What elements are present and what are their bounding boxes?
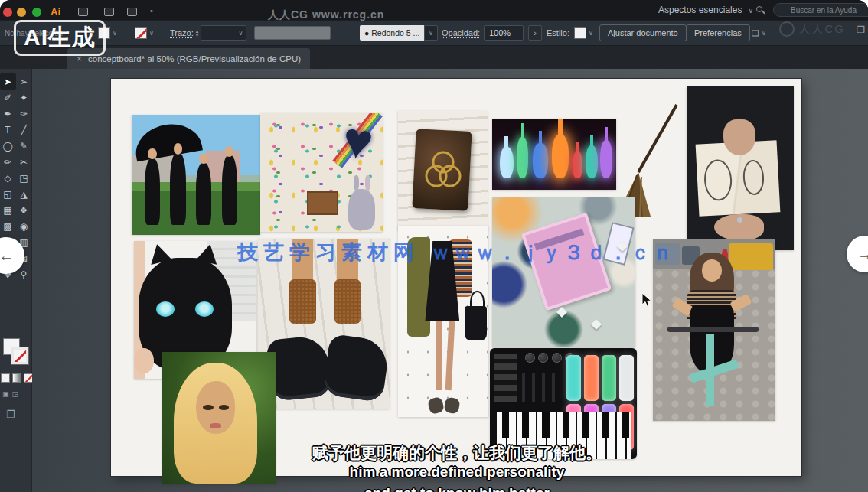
opacity-label[interactable]: Opacidad: bbox=[442, 28, 480, 37]
type-tool[interactable]: T bbox=[0, 122, 16, 138]
chevron-down-icon[interactable]: ∨ bbox=[762, 30, 766, 37]
chevron-down-icon[interactable]: ∨ bbox=[424, 25, 438, 41]
canvas[interactable]: ♥ bbox=[32, 69, 868, 492]
moodboard-image-spellbook[interactable] bbox=[398, 111, 488, 231]
yellow-cab-shape bbox=[729, 243, 773, 271]
watermark-logo-icon bbox=[779, 21, 795, 37]
graphic-style-swatch[interactable] bbox=[574, 27, 586, 39]
paintbrush-tool[interactable]: ✎ bbox=[16, 138, 32, 154]
menubar-grid-icon[interactable] bbox=[104, 8, 114, 16]
subtitle-line-english-2: and get to know him better bbox=[364, 485, 550, 492]
menu-bar: Ai ➣ Aspectos esenciales∨ bbox=[0, 0, 868, 20]
color-mode-button[interactable] bbox=[1, 373, 10, 383]
lasso-tool[interactable]: ✐ bbox=[0, 90, 16, 106]
moodboard-image-hands-holding-book[interactable] bbox=[687, 86, 794, 250]
gradient-mode-button[interactable] bbox=[12, 373, 21, 383]
magic-wand-tool[interactable]: ✦ bbox=[16, 90, 32, 106]
chevron-down-icon: ∨ bbox=[238, 30, 243, 37]
watermark-top-right: 人人CG bbox=[779, 21, 846, 37]
workspace-switcher[interactable]: Aspectos esenciales∨ bbox=[658, 5, 753, 15]
tools-panel: ➤ ➢ ✐ ✦ ✒ ✑ T ╱ ◯ ✎ ✏ ✂ ◇ ◳ ◱ ◮ ▦ ❖ ▩ ◉ bbox=[0, 69, 32, 492]
stroke-weight-dropdown[interactable]: ∨ bbox=[201, 25, 246, 41]
stroke-weight-stepper[interactable]: ▴▾ bbox=[196, 29, 199, 37]
menubar-doc-icon[interactable] bbox=[78, 8, 88, 16]
preferences-button[interactable]: Preferencias bbox=[686, 24, 750, 41]
chevron-down-icon[interactable]: ∨ bbox=[149, 30, 154, 37]
scissors-tool[interactable]: ✂ bbox=[16, 154, 32, 170]
stroke-weight-label[interactable]: Trazo: bbox=[170, 28, 194, 37]
triquetra-symbol bbox=[421, 147, 465, 194]
selection-tool[interactable]: ➤ bbox=[0, 73, 16, 90]
help-search-input[interactable] bbox=[773, 3, 868, 17]
symbol-sprayer-tool[interactable]: ❖ bbox=[16, 202, 32, 218]
chevron-down-icon[interactable]: ∨ bbox=[113, 30, 117, 37]
app-window: Ai ➣ Aspectos esenciales∨ No hay selecci… bbox=[0, 0, 868, 492]
stroke-color-swatch[interactable] bbox=[135, 27, 147, 39]
width-tool[interactable]: ◇ bbox=[0, 170, 16, 186]
panel-arrow-button[interactable]: › bbox=[528, 25, 542, 41]
line-segment-tool[interactable]: ╱ bbox=[16, 122, 32, 138]
moodboard-image-potion-bottles[interactable] bbox=[492, 119, 616, 190]
cat-eye bbox=[195, 301, 214, 317]
perspective-grid-tool[interactable]: ◮ bbox=[16, 186, 32, 202]
brush-dot-icon: ● bbox=[364, 28, 369, 37]
ellipse-tool[interactable]: ◯ bbox=[0, 138, 16, 154]
curvature-tool[interactable]: ✑ bbox=[16, 106, 32, 122]
pencil-tool[interactable]: ✏ bbox=[0, 154, 16, 170]
subtitle-line-english: him a more defined personality bbox=[350, 464, 565, 481]
watermark-top-center: 人人CG www.rrcg.cn bbox=[268, 8, 384, 22]
tearoff-panel-icon[interactable]: ❏ bbox=[752, 28, 759, 38]
document-tab-title: conceptboard* al 50% (RGB/Previsualizaci… bbox=[88, 54, 301, 64]
gradient-tool[interactable]: ▩ bbox=[0, 218, 16, 234]
brush-definition-dropdown[interactable]: ● Redondo 5 ... bbox=[360, 25, 424, 41]
width-profile-dropdown[interactable] bbox=[254, 26, 331, 40]
style-label: Estilo: bbox=[547, 28, 569, 37]
heart-mirror-shape: ♥ bbox=[340, 114, 377, 168]
stroke-none-swatch[interactable] bbox=[11, 347, 28, 364]
pen-tool[interactable]: ✒ bbox=[0, 106, 16, 122]
menubar-panel-icon[interactable] bbox=[127, 8, 137, 16]
moodboard-image-witchy-flatlay[interactable] bbox=[492, 197, 635, 347]
ai-generated-badge: AI生成 bbox=[14, 20, 106, 56]
tab-bar: × conceptboard* al 50% (RGB/Previsualiza… bbox=[0, 46, 868, 69]
mesh-tool[interactable]: ▦ bbox=[0, 202, 16, 218]
moodboard-image-blonde-portrait[interactable] bbox=[162, 352, 276, 484]
moodboard-image-women-in-black[interactable] bbox=[132, 115, 260, 235]
fit-document-button[interactable]: Ajustar documento bbox=[599, 24, 687, 41]
direct-selection-tool[interactable]: ➢ bbox=[16, 73, 32, 90]
sigil-circle bbox=[742, 159, 765, 195]
arrange-documents-icon[interactable]: ❐ bbox=[857, 24, 865, 35]
subtitle-line-chinese: 赋予他更明确的个性，让我们更了解他。 bbox=[312, 442, 602, 464]
opacity-value-field[interactable]: 100% bbox=[484, 25, 524, 41]
chevron-down-icon[interactable]: ∨ bbox=[589, 30, 593, 37]
free-transform-tool[interactable]: ◳ bbox=[16, 170, 32, 186]
blend-tool[interactable]: ◉ bbox=[16, 218, 32, 234]
bunny-shape bbox=[348, 189, 375, 230]
minimize-window-button[interactable] bbox=[17, 8, 26, 17]
watermark-middle: 技艺学习素材网ｗｗｗ．ｊｙ３ｄ．ｃｎ bbox=[237, 239, 674, 266]
close-window-button[interactable] bbox=[3, 8, 12, 17]
zoom-window-button[interactable] bbox=[32, 8, 41, 17]
control-bar: No hay selección ∨ ∨ Trazo: ▴▾ ∨ ● Redon… bbox=[0, 20, 868, 46]
mouse-cursor bbox=[641, 292, 652, 308]
moodboard-image-girl-on-bike[interactable] bbox=[653, 239, 775, 421]
moodboard-image-collage-room[interactable]: ♥ bbox=[260, 113, 383, 232]
search-icon bbox=[756, 6, 762, 12]
sigil-circle bbox=[703, 158, 733, 201]
chevron-down-icon: ∨ bbox=[748, 7, 753, 15]
handbag-shape bbox=[465, 306, 486, 340]
umbrella-shape bbox=[132, 119, 203, 161]
shape-builder-tool[interactable]: ◱ bbox=[0, 186, 16, 202]
share-icon[interactable]: ➣ bbox=[147, 8, 157, 16]
screen-mode-button[interactable]: ❐ bbox=[6, 409, 15, 420]
drawing-modes[interactable]: ▣◲ bbox=[2, 390, 18, 398]
cat-eye bbox=[156, 301, 175, 317]
illustrator-logo: Ai bbox=[51, 6, 60, 18]
